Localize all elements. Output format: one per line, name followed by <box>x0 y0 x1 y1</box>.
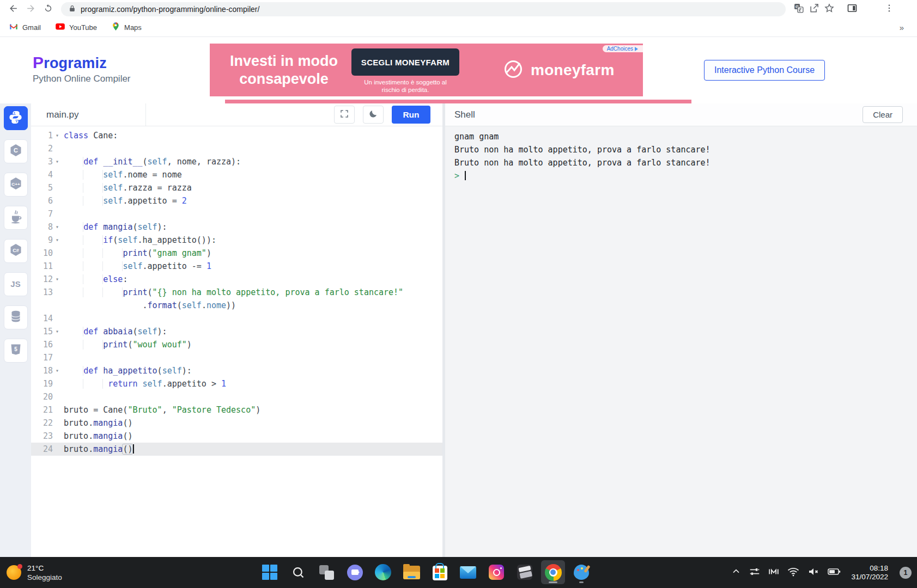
fold-arrow-icon[interactable]: ▾ <box>53 220 62 234</box>
taskbar-task-view-button[interactable] <box>314 560 338 584</box>
volume-muted-icon <box>807 565 820 580</box>
tray-chevron-up-button[interactable] <box>731 566 742 579</box>
run-button[interactable]: Run <box>392 106 430 124</box>
code-text: def __init__(self, nome, razza): <box>64 155 442 168</box>
sidebar-lang-java[interactable] <box>4 206 28 230</box>
fold-arrow-icon[interactable]: ▾ <box>53 129 62 142</box>
bookmark-youtube[interactable]: YouTube <box>55 21 97 34</box>
code-line[interactable]: 7 <box>31 207 442 220</box>
code-line[interactable]: 23bruto.mangia() <box>31 430 442 443</box>
share-button[interactable] <box>806 2 822 17</box>
star-button[interactable] <box>822 2 837 17</box>
tray-sliders-button[interactable] <box>749 566 761 580</box>
taskbar-clock[interactable]: 08:18 31/07/2022 <box>851 564 888 581</box>
code-line[interactable]: .format(self.nome)) <box>31 299 442 312</box>
taskbar-instagram-button[interactable] <box>484 560 508 584</box>
adchoices-button[interactable]: AdChoices <box>603 45 643 52</box>
bookmark-gmail[interactable]: Gmail <box>9 22 41 34</box>
code-line[interactable]: 6 self.appetito = 2 <box>31 194 442 207</box>
weather-widget[interactable]: 21°C Soleggiato <box>7 557 62 588</box>
sidebar-lang-html[interactable]: 5 <box>4 339 28 363</box>
tray-m-app-button[interactable] <box>768 566 780 580</box>
fold-arrow-icon[interactable]: ▾ <box>53 325 62 338</box>
fold-arrow-icon[interactable]: ▾ <box>53 364 62 377</box>
url-bar[interactable]: programiz.com/python-programming/online-… <box>61 2 786 16</box>
taskbar-edge-button[interactable] <box>371 560 395 584</box>
code-line[interactable]: 20 <box>31 390 442 403</box>
menu-button[interactable] <box>882 2 897 17</box>
tray-battery-button[interactable] <box>827 565 841 581</box>
code-line[interactable]: 8▾ def mangia(self): <box>31 220 442 234</box>
taskbar-clipchamp-button[interactable] <box>513 560 537 584</box>
moon-icon <box>368 109 378 121</box>
code-line[interactable]: 3▾ def __init__(self, nome, razza): <box>31 155 442 168</box>
line-number: 24 <box>31 443 53 456</box>
line-number: 22 <box>31 416 53 430</box>
taskbar-chat-button[interactable] <box>343 560 367 584</box>
code-line[interactable]: 16 print("wouf wouf") <box>31 338 442 351</box>
code-line[interactable]: 15▾ def abbaia(self): <box>31 325 442 338</box>
bookmarks-overflow-button[interactable]: » <box>900 23 908 32</box>
code-line[interactable]: 4 self.nome = nome <box>31 168 442 181</box>
sidebar-lang-cpp[interactable]: C++ <box>4 173 28 197</box>
interactive-course-button[interactable]: Interactive Python Course <box>704 60 825 81</box>
code-line[interactable]: 5 self.razza = razza <box>31 181 442 194</box>
reload-button[interactable] <box>40 2 56 17</box>
sidebar-lang-python[interactable] <box>4 106 28 130</box>
notification-badge[interactable]: 1 <box>900 567 912 579</box>
code-line[interactable]: 12▾ else: <box>31 273 442 286</box>
paint-icon <box>573 564 590 580</box>
code-text: else: <box>64 273 442 286</box>
code-line[interactable]: 17 <box>31 351 442 364</box>
back-button[interactable] <box>5 2 21 17</box>
taskbar-search-button[interactable] <box>286 560 310 584</box>
sidebar-lang-csharp[interactable]: C# <box>4 239 28 263</box>
ad-banner[interactable]: Investi in modo consapevole SCEGLI MONEY… <box>210 44 643 96</box>
code-line[interactable]: 24bruto.mangia() <box>31 443 442 456</box>
task-view-icon <box>319 565 334 580</box>
taskbar-chrome-button[interactable] <box>541 560 565 584</box>
page: Programiz Python Online Compiler Investi… <box>0 37 917 557</box>
code-line[interactable]: 2 <box>31 142 442 155</box>
tab-main-py[interactable]: main.py <box>31 103 146 126</box>
code-line[interactable]: 21bruto = Cane("Bruto", "Pastore Tedesco… <box>31 403 442 416</box>
fullscreen-button[interactable] <box>334 106 355 124</box>
taskbar-store-button[interactable] <box>428 560 452 584</box>
code-line[interactable]: 9▾ if(self.ha_appetito()): <box>31 234 442 247</box>
code-line[interactable]: 1▾class Cane: <box>31 129 442 142</box>
logo-p: P <box>33 53 44 71</box>
fold-arrow-icon[interactable]: ▾ <box>53 273 62 286</box>
fold-spacer <box>53 351 62 364</box>
forward-button[interactable] <box>23 2 38 17</box>
tray-wifi-button[interactable] <box>787 565 800 580</box>
programiz-logo[interactable]: Programiz Python Online Compiler <box>33 53 131 84</box>
clear-button[interactable]: Clear <box>863 106 903 123</box>
translate-button[interactable]: G <box>791 2 806 17</box>
code-line[interactable]: 19 return self.appetito > 1 <box>31 377 442 390</box>
sidebar-lang-javascript[interactable]: JS <box>4 272 28 296</box>
ad-cta-button[interactable]: SCEGLI MONEYFARM <box>351 48 459 76</box>
taskbar-mail-button[interactable] <box>456 560 480 584</box>
language-sidebar: CC++C#JS5 <box>0 103 31 557</box>
shell-output[interactable]: gnam gnamBruto non ha molto appetito, pr… <box>445 126 917 557</box>
side-panel-button[interactable] <box>845 2 860 17</box>
code-line[interactable]: 10 print("gnam gnam") <box>31 247 442 260</box>
code-line[interactable]: 11 self.appetito -= 1 <box>31 260 442 273</box>
sidebar-lang-c[interactable]: C <box>4 139 28 163</box>
code-line[interactable]: 13 print("{} non ha molto appetito, prov… <box>31 286 442 299</box>
sidebar-lang-sql[interactable] <box>4 305 28 329</box>
code-line[interactable]: 18▾ def ha_appetito(self): <box>31 364 442 377</box>
code-editor[interactable]: 1▾class Cane:23▾ def __init__(self, nome… <box>31 126 442 557</box>
bookmark-maps[interactable]: Maps <box>111 22 142 33</box>
code-line[interactable]: 14 <box>31 312 442 325</box>
fold-arrow-icon[interactable]: ▾ <box>53 234 62 247</box>
line-number: 20 <box>31 390 53 403</box>
code-line[interactable]: 22bruto.mangia() <box>31 416 442 430</box>
store-icon <box>433 564 447 580</box>
tray-volume-muted-button[interactable] <box>807 565 820 580</box>
taskbar-start-button[interactable] <box>258 560 282 584</box>
taskbar-paint-button[interactable] <box>569 560 593 584</box>
taskbar-file-explorer-button[interactable] <box>399 560 423 584</box>
dark-mode-button[interactable] <box>363 106 384 124</box>
fold-arrow-icon[interactable]: ▾ <box>53 155 62 168</box>
